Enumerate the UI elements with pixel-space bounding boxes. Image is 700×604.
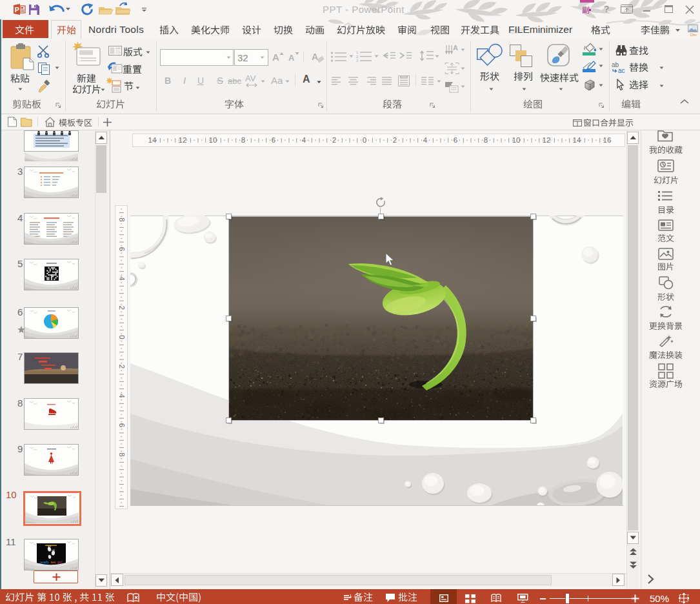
svg-text:1: 1 [356, 50, 359, 54]
svg-text:4: 4 [118, 276, 126, 281]
svg-text:Chn: Chn [690, 33, 697, 37]
svg-text:ac: ac [618, 67, 625, 74]
svg-text:8: 8 [118, 217, 126, 221]
svg-text:2: 2 [332, 136, 336, 144]
svg-text:3: 3 [356, 59, 359, 63]
svg-text:P: P [15, 6, 19, 14]
svg-text:4: 4 [423, 136, 428, 144]
svg-text:12: 12 [179, 136, 187, 144]
svg-text:12: 12 [543, 136, 551, 144]
svg-text:16: 16 [603, 136, 612, 144]
svg-text:8: 8 [118, 452, 126, 456]
svg-text:2: 2 [356, 55, 359, 59]
svg-text:6: 6 [454, 136, 457, 144]
svg-text:14: 14 [148, 136, 157, 144]
svg-text:ready. set. go!: ready. set. go! [40, 560, 63, 564]
svg-text:10: 10 [512, 136, 521, 144]
svg-text:0: 0 [363, 136, 366, 144]
svg-text:14: 14 [573, 136, 581, 144]
svg-text:6: 6 [118, 423, 126, 427]
svg-text:2: 2 [118, 306, 126, 310]
svg-text:8: 8 [241, 136, 245, 144]
svg-text:8: 8 [484, 136, 488, 144]
svg-text:10: 10 [209, 136, 217, 144]
svg-text:4: 4 [302, 136, 306, 144]
svg-text:6: 6 [118, 247, 126, 251]
svg-text:2: 2 [118, 365, 126, 368]
svg-text:4: 4 [118, 394, 126, 398]
svg-text:6: 6 [272, 136, 275, 144]
svg-text:A: A [453, 44, 458, 52]
svg-text:2: 2 [393, 136, 397, 144]
svg-text:0: 0 [118, 335, 126, 339]
